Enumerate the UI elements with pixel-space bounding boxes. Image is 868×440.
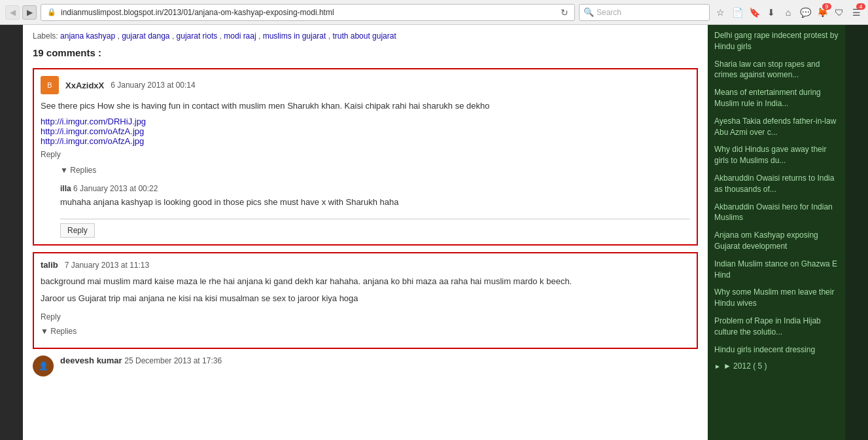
address-bar[interactable]: 🔒 indianmuslimpost.blogspot.in/2013/01/a… — [41, 4, 575, 21]
left-sidebar — [0, 25, 23, 440]
sidebar-link-5[interactable]: Akbaruddin Owaisi returns to India as th… — [714, 173, 839, 195]
comment-header-2: talib 7 January 2013 at 11:13 — [41, 260, 690, 270]
year-label-2012: ► 2012 ( 5 ) — [723, 361, 767, 371]
comment-row-3: 👤 deevesh kumar 25 December 2013 at 17:3… — [33, 356, 698, 376]
sidebar-link-2[interactable]: Means of entertainment during Muslim rul… — [714, 87, 839, 109]
sidebar-link-11[interactable]: Hindu girls indecent dressing — [714, 344, 839, 356]
back-button[interactable]: ◀ — [5, 5, 20, 20]
sidebar-link-10[interactable]: Problem of Rape in India Hijab culture t… — [714, 316, 839, 338]
search-bar[interactable]: 🔍 Search — [579, 4, 710, 21]
avatar-icon-3: 👤 — [39, 361, 48, 371]
lock-icon: 🔒 — [45, 8, 58, 16]
year-toggle-2012[interactable]: ► ► 2012 ( 5 ) — [714, 361, 839, 371]
reply-header-1: illa 6 January 2013 at 00:22 — [60, 184, 690, 193]
comment-author-3: deevesh kumar — [60, 356, 122, 365]
comment-info-3: deevesh kumar 25 December 2013 at 17:36 — [60, 356, 222, 365]
browser-icons: ☆ 📄 🔖 ⬇ ⌂ 💬 🦊 9 🛡 ☰ 4 — [714, 6, 863, 19]
reply-link-2[interactable]: Reply — [41, 312, 61, 321]
nav-buttons: ◀ ▶ — [5, 5, 37, 20]
label-anjana[interactable]: anjana kashyap — [60, 31, 115, 41]
main-layout: Labels: anjana kashyap , gujarat danga ,… — [0, 25, 868, 440]
reply-author-1: illa — [60, 184, 71, 193]
search-placeholder: Search — [597, 8, 705, 17]
year-section: ► ► 2012 ( 5 ) — [714, 361, 839, 371]
menu-badge-icon[interactable]: ☰ 4 — [850, 6, 863, 19]
url-text: indianmuslimpost.blogspot.in/2013/01/anj… — [61, 8, 556, 17]
labels-line: Labels: anjana kashyap , gujarat danga ,… — [33, 31, 698, 41]
sidebar-link-4[interactable]: Why did Hindus gave away their girls to … — [714, 144, 839, 166]
page-content: Labels: anjana kashyap , gujarat danga ,… — [23, 25, 708, 440]
right-sidebar: Delhi gang rape indecent protest by Hind… — [708, 25, 845, 440]
comment-author-2: talib — [41, 260, 58, 270]
reply-text-1: muhaha anjana kashyap is looking good in… — [60, 196, 690, 209]
comment-link-3[interactable]: http://i.imgur.com/oAfzA.jpg — [41, 136, 690, 146]
star-icon[interactable]: ☆ — [714, 6, 727, 19]
comments-header: 19 comments : — [33, 47, 698, 62]
sidebar-link-1[interactable]: Sharia law can stop rapes and crimes aga… — [714, 59, 839, 81]
firefox-icon[interactable]: 🦊 9 — [816, 6, 829, 19]
comment-text-2b: Jaroor us Gujarat trip mai anjana ne kis… — [41, 292, 690, 305]
sidebar-link-8[interactable]: Indian Muslim stance on Ghazwa E Hind — [714, 259, 839, 281]
sidebar-link-6[interactable]: Akbaruddin Owaisi hero for Indian Muslim… — [714, 202, 839, 224]
comment-block-1: B XxAzidxX 6 January 2013 at 00:14 See t… — [33, 68, 698, 246]
far-right-sidebar — [845, 25, 868, 440]
reply-item-1: illa 6 January 2013 at 00:22 muhaha anja… — [60, 180, 690, 213]
firefox-badge: 9 — [822, 3, 831, 10]
comment-link-1[interactable]: http://i.imgur.com/DRHiJ.jpg — [41, 117, 690, 126]
forward-button[interactable]: ▶ — [22, 5, 37, 20]
comment-header-1: B XxAzidxX 6 January 2013 at 00:14 — [41, 76, 690, 94]
search-icon: 🔍 — [583, 7, 594, 17]
label-gujarat-riots[interactable]: gujarat riots — [177, 31, 218, 41]
replies-section-1: ▼ Replies illa 6 January 2013 at 00:22 m… — [60, 166, 690, 238]
reply-button-bar-1: Reply — [60, 219, 690, 238]
reply-date-1: 6 January 2013 at 00:22 — [73, 184, 158, 193]
label-truth[interactable]: truth about gujarat — [332, 31, 396, 41]
download-icon[interactable]: ⬇ — [765, 6, 778, 19]
comment-date-3: 25 December 2013 at 17:36 — [124, 356, 222, 365]
chat-icon[interactable]: 💬 — [799, 6, 812, 19]
label-modi-raaj[interactable]: modi raaj — [224, 31, 256, 41]
comment-date-1: 6 January 2013 at 00:14 — [111, 81, 195, 90]
browser-toolbar: ◀ ▶ 🔒 indianmuslimpost.blogspot.in/2013/… — [0, 0, 868, 25]
avatar-3: 👤 — [33, 356, 54, 376]
label-gujarat-danga[interactable]: gujarat danga — [122, 31, 169, 41]
sidebar-link-3[interactable]: Ayesha Takia defends father-in-law Abu A… — [714, 116, 839, 138]
shield-icon[interactable]: 🛡 — [833, 6, 846, 19]
reply-button-1[interactable]: Reply — [60, 223, 95, 238]
comment-date-2: 7 January 2013 at 11:13 — [65, 261, 149, 270]
sidebar-link-7[interactable]: Anjana om Kashyap exposing Gujarat devel… — [714, 230, 839, 252]
comment-block-2: talib 7 January 2013 at 11:13 background… — [33, 252, 698, 349]
label-muslims[interactable]: muslims in gujarat — [263, 31, 326, 41]
replies-toggle-2[interactable]: ▼ Replies — [41, 327, 690, 336]
comment-text-2a: background mai muslim mard kaise maza le… — [41, 275, 690, 288]
menu-badge: 4 — [856, 3, 865, 10]
comment-author-1: XxAzidxX — [65, 81, 104, 90]
sidebar-link-0[interactable]: Delhi gang rape indecent protest by Hind… — [714, 30, 839, 52]
sidebar-link-9[interactable]: Why some Muslim men leave their Hindu wi… — [714, 287, 839, 309]
avatar-icon-1: B — [47, 81, 52, 89]
comment-link-2[interactable]: http://i.imgur.com/oAfzA.jpg — [41, 126, 690, 136]
bookmark-icon[interactable]: 🔖 — [748, 6, 761, 19]
labels-prefix: Labels: — [33, 31, 58, 41]
avatar-1: B — [41, 76, 59, 94]
replies-toggle-1[interactable]: ▼ Replies — [60, 166, 690, 175]
reader-icon[interactable]: 📄 — [731, 6, 744, 19]
reply-link-1[interactable]: Reply — [41, 150, 61, 159]
triangle-icon: ► — [714, 363, 721, 370]
comment-text-1: See there pics How she is having fun in … — [41, 100, 690, 113]
home-icon[interactable]: ⌂ — [782, 6, 795, 19]
reload-button[interactable]: ↻ — [559, 7, 570, 18]
